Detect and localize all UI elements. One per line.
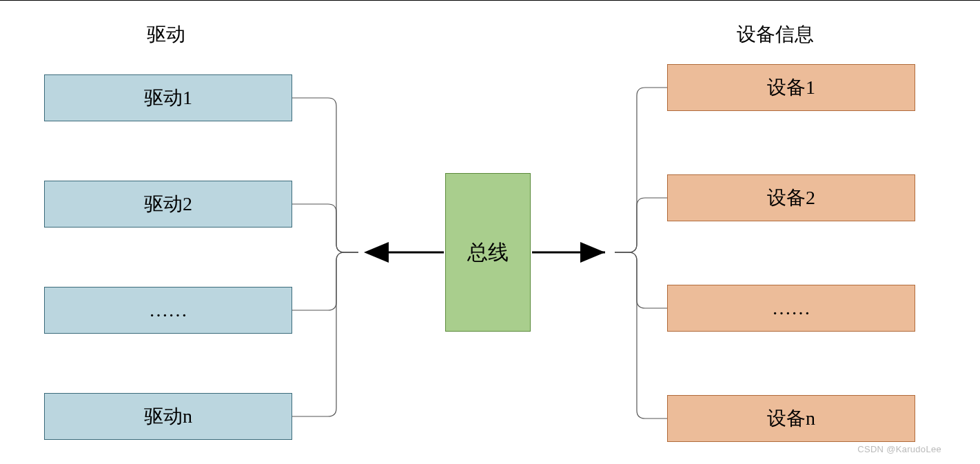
device-box-ellipsis: …… (667, 285, 915, 332)
device-label: 设备2 (767, 185, 815, 211)
device-box-n: 设备n (667, 395, 915, 442)
bus-label: 总线 (467, 239, 509, 267)
device-label: 设备n (767, 405, 815, 432)
driver-label: 驱动n (144, 403, 192, 430)
bus-box: 总线 (445, 173, 531, 332)
right-connectors (615, 88, 667, 418)
watermark: CSDN @KarudoLee (857, 444, 941, 454)
driver-label: …… (149, 299, 187, 321)
device-label: 设备1 (767, 74, 815, 101)
left-connectors (292, 98, 358, 416)
driver-box-ellipsis: …… (44, 287, 292, 334)
driver-box-n: 驱动n (44, 393, 292, 440)
driver-label: 驱动1 (144, 85, 192, 111)
device-label: …… (772, 297, 810, 319)
left-column-header: 驱动 (147, 21, 185, 48)
right-column-header: 设备信息 (737, 21, 814, 48)
driver-box-2: 驱动2 (44, 181, 292, 228)
driver-label: 驱动2 (144, 191, 192, 217)
device-box-1: 设备1 (667, 64, 915, 111)
device-box-2: 设备2 (667, 174, 915, 221)
driver-box-1: 驱动1 (44, 74, 292, 121)
